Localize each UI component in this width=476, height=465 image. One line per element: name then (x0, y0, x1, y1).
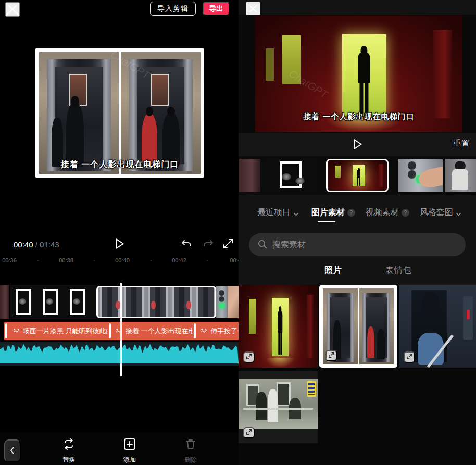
wall-light (335, 166, 341, 178)
material-item[interactable] (239, 285, 318, 368)
add-tool[interactable]: 添加 (111, 437, 148, 464)
material-preview[interactable]: ChatGPT 接着 一个人影出现在电梯门口 (239, 15, 476, 133)
elevator-photo-right (359, 288, 394, 364)
person-blob (151, 301, 156, 309)
expand-icon (328, 351, 335, 360)
play-button[interactable] (111, 236, 127, 252)
hand (417, 166, 443, 190)
frame-thumb[interactable] (445, 159, 476, 192)
ruler-tick: 00:38 (59, 257, 73, 263)
video-track[interactable] (0, 285, 239, 319)
bottom-toolbar: 替换 添加 删除 (0, 432, 239, 465)
search-bar[interactable] (249, 233, 466, 256)
wall-light (266, 48, 274, 81)
expand-material-button[interactable] (243, 427, 255, 438)
subtitle-clip[interactable]: 场面一片漆黑 只能听到彼此的... (12, 322, 107, 340)
frame-thumb[interactable] (263, 159, 318, 192)
category-image-materials[interactable]: 图片素材 ? (311, 207, 355, 218)
material-item-selected[interactable] (319, 285, 397, 368)
tab-memes[interactable]: 表情包 (385, 265, 412, 276)
sub-tabs: 照片 表情包 (239, 263, 476, 282)
ruler-dot: · (150, 257, 152, 263)
timeline-ruler[interactable]: 00:36 · 00:38 · 00:40 · 00:42 · 00:4 (0, 257, 239, 266)
person-silhouette (162, 113, 180, 167)
playhead[interactable] (120, 283, 122, 376)
play-button[interactable] (349, 137, 365, 153)
elevator-button (408, 161, 416, 170)
material-picker-panel: ChatGPT 接着 一个人影出现在电梯门口 重置 (239, 0, 476, 465)
tab-photos[interactable]: 照片 (324, 265, 342, 276)
help-icon[interactable]: ? (402, 209, 409, 217)
search-icon (257, 239, 267, 251)
ruler-dot: · (93, 257, 95, 263)
expand-icon (246, 429, 253, 437)
preview-composite-image: ChatGPT 接着 一个人影出现在电梯门口 (35, 48, 204, 178)
frame-thumbnail-strip[interactable] (239, 156, 476, 195)
elevator-poster (151, 74, 169, 106)
close-picker-button[interactable] (246, 2, 260, 16)
person-silhouette (66, 103, 84, 167)
add-label: 添加 (123, 456, 136, 464)
delete-tool[interactable]: 删除 (172, 437, 209, 464)
back-button[interactable] (4, 439, 21, 462)
category-label: 视频素材 (366, 207, 399, 218)
material-item[interactable] (399, 285, 476, 368)
undo-button[interactable] (179, 237, 194, 252)
expand-material-button[interactable] (404, 351, 415, 363)
clip-boundary[interactable] (109, 323, 111, 338)
frame-thumb[interactable] (398, 159, 443, 192)
category-label: 图片素材 (311, 207, 345, 218)
clip-thumbnail (65, 285, 92, 319)
category-recent-projects[interactable]: 最近项目 (257, 207, 299, 218)
preview-subtitle: 接着 一个人影出现在电梯门口 (35, 159, 204, 170)
import-clips-button[interactable]: 导入剪辑 (150, 2, 196, 16)
expand-material-button[interactable] (243, 351, 255, 363)
category-video-materials[interactable]: 视频素材 ? (366, 207, 409, 218)
silhouette-body (358, 53, 370, 83)
man-silhouette (355, 46, 373, 115)
material-item[interactable] (239, 371, 318, 443)
preview-subtitle: 接着 一个人影出现在电梯门口 (255, 112, 462, 122)
frame-thumb-selected[interactable] (326, 159, 389, 192)
clip-thumbnail (10, 285, 37, 319)
clip-boundary[interactable] (5, 323, 7, 338)
material-grid (239, 285, 476, 465)
add-icon (123, 437, 136, 453)
close-editor-button[interactable] (5, 2, 20, 17)
subtitle-clip[interactable]: 接着 一个人影出现在电... (115, 322, 192, 340)
hand-blob (19, 298, 26, 305)
category-style-sets[interactable]: 风格套图 (420, 207, 461, 218)
export-button[interactable]: 导出 (203, 2, 230, 16)
editor-panel: 导入剪辑 导出 ChatGPT 接着 一个人影出现在电梯门口 00:40 (0, 0, 239, 465)
time-separator: / (35, 240, 37, 249)
subtitle-clip[interactable]: 伸手按了一下 (200, 322, 239, 340)
silhouette-body (357, 170, 360, 178)
subtitle-clip-text: 场面一片漆黑 只能听到彼此的... (23, 326, 107, 336)
frame-thumb[interactable] (239, 159, 260, 192)
lit-doorway (342, 34, 386, 116)
ruler-tick: 00:40 (115, 257, 130, 263)
fullscreen-button[interactable] (221, 237, 235, 252)
audio-track[interactable] (0, 342, 239, 366)
video-preview[interactable]: ChatGPT 接着 一个人影出现在电梯门口 (0, 44, 239, 181)
play-icon (350, 137, 364, 153)
person-white-dress (268, 389, 278, 422)
silhouette-leg (279, 332, 280, 355)
subtitle-clip-text: 接着 一个人影出现在电... (126, 326, 192, 336)
elevator-button-lit (219, 303, 225, 309)
selected-video-clip[interactable] (96, 286, 216, 318)
expand-material-button[interactable] (325, 350, 337, 361)
person-silhouette (256, 392, 267, 420)
expand-icon (246, 353, 253, 361)
search-input[interactable] (272, 240, 457, 249)
channel-badge (307, 381, 316, 397)
lit-doorway (272, 298, 289, 356)
red-door (379, 164, 384, 187)
reset-button[interactable]: 重置 (453, 139, 470, 148)
red-door (433, 30, 452, 118)
seated-man (418, 333, 444, 364)
redo-button[interactable] (201, 237, 216, 252)
clip-boundary[interactable] (194, 323, 196, 338)
replace-tool[interactable]: 替换 (51, 437, 87, 464)
help-icon[interactable]: ? (347, 209, 355, 217)
